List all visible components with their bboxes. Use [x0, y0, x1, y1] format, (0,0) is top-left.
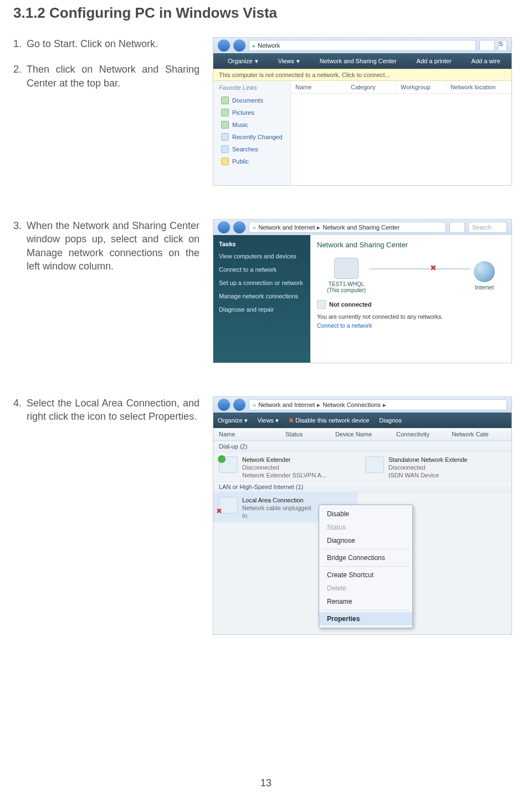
- breadcrumb-network[interactable]: Network: [258, 42, 280, 49]
- conn-standalone-extender[interactable]: Standalone Network Extende Disconnected …: [365, 456, 506, 479]
- fav-public[interactable]: Public: [213, 155, 290, 167]
- globe-icon: [474, 261, 495, 282]
- folder-icon: [221, 96, 229, 104]
- tasks-column: Tasks View computers and devices Connect…: [213, 235, 310, 363]
- views-icon: [268, 57, 276, 65]
- ctx-status: Status: [319, 521, 412, 534]
- conn-device: ISDN WAN Device: [388, 472, 467, 480]
- folder-icon: [221, 121, 229, 129]
- nav-forward-icon[interactable]: [233, 221, 245, 233]
- ctx-rename[interactable]: Rename: [319, 595, 412, 608]
- toolbar-views[interactable]: Views ▾: [268, 57, 300, 65]
- group-dialup[interactable]: Dial-up (2): [213, 441, 511, 452]
- toolbar-diagnose[interactable]: Diagnos: [379, 417, 401, 424]
- task-manage-connections[interactable]: Manage network connections: [219, 293, 305, 299]
- breadcrumb-back-chevron-icon: «: [253, 224, 256, 231]
- not-connected-row: Not connected: [310, 297, 511, 312]
- refresh-button[interactable]: [449, 222, 465, 233]
- nav-back-icon[interactable]: [218, 399, 230, 411]
- nav-back-icon[interactable]: [218, 39, 230, 52]
- ctx-divider: [323, 610, 409, 610]
- col-category[interactable]: Network Cate: [446, 428, 511, 440]
- column-headers: Name Status Device Name Connectivity Net…: [213, 428, 511, 441]
- toolbar-add-printer[interactable]: Add a printer: [407, 57, 452, 65]
- modem-icon: [365, 456, 384, 473]
- titlebar: « Network and Internet ▸ Network Connect…: [213, 397, 511, 413]
- conn-status: Disconnected: [242, 464, 326, 472]
- info-strip[interactable]: This computer is not connected to a netw…: [213, 69, 511, 81]
- ctx-divider: [323, 566, 409, 567]
- col-connectivity[interactable]: Connectivity: [391, 428, 446, 440]
- breadcrumb-chevron-icon: ▸: [317, 401, 320, 409]
- task-connect-network[interactable]: Connect to a network: [219, 266, 305, 273]
- fav-recently-changed[interactable]: Recently Changed: [213, 131, 290, 143]
- step-2-text: Then click on Network and Sharing Center…: [27, 63, 200, 90]
- nav-back-icon[interactable]: [218, 221, 230, 233]
- conn-device: In: [242, 512, 311, 520]
- toolbar-nsc[interactable]: Network and Sharing Center: [310, 57, 397, 65]
- ctx-disable[interactable]: Disable: [319, 507, 412, 521]
- nav-forward-icon[interactable]: [233, 39, 245, 52]
- step-2: 2.Then click on Network and Sharing Cent…: [13, 63, 200, 90]
- screenshot-network-connections: « Network and Internet ▸ Network Connect…: [213, 396, 512, 635]
- node-pc-sub: (This computer): [327, 287, 366, 293]
- nsc-icon: [310, 57, 318, 65]
- ctx-diagnose[interactable]: Diagnose: [319, 534, 412, 547]
- ok-badge-icon: [218, 455, 226, 463]
- conn-status: Disconnected: [388, 464, 467, 472]
- col-status[interactable]: Status: [280, 428, 330, 440]
- col-netloc[interactable]: Network location: [446, 81, 511, 93]
- address-bar[interactable]: « Network and Internet ▸ Network Connect…: [249, 399, 507, 410]
- conn-device: Network Extender SSLVPN A...: [242, 472, 326, 480]
- connect-link[interactable]: Connect to a network: [310, 321, 511, 330]
- nav-forward-icon[interactable]: [233, 399, 245, 411]
- col-name[interactable]: Name: [291, 81, 346, 93]
- ctx-bridge[interactable]: Bridge Connections: [319, 551, 412, 564]
- toolbar-add-wireless[interactable]: Add a wire: [462, 57, 500, 65]
- step-1-text: Go to Start. Click on Network.: [27, 37, 158, 50]
- conn-status: Network cable unplugged: [242, 505, 311, 512]
- fav-pictures[interactable]: Pictures: [213, 106, 290, 119]
- fav-music[interactable]: Music: [213, 119, 290, 131]
- ctx-divider: [323, 549, 409, 549]
- search-field[interactable]: S: [498, 40, 507, 51]
- step-4-text: Select the Local Area Connection, and ri…: [27, 396, 200, 424]
- node-this-pc: TEST1-WHQL (This computer): [327, 258, 366, 293]
- task-view-computers[interactable]: View computers and devices: [219, 253, 305, 259]
- not-connected-label: Not connected: [329, 301, 371, 308]
- address-bar[interactable]: « Network and Internet ▸ Network and Sha…: [249, 222, 446, 233]
- toolbar-disable[interactable]: ✖ Disable this network device: [289, 417, 369, 424]
- dialup-row: Network Extender Disconnected Network Ex…: [213, 452, 511, 481]
- ctx-create-shortcut[interactable]: Create Shortcut: [319, 568, 412, 582]
- ctx-properties[interactable]: Properties: [319, 612, 412, 625]
- address-bar[interactable]: ▸ Network: [249, 40, 476, 51]
- node-internet: Internet: [474, 261, 495, 291]
- ctx-delete: Delete: [319, 582, 412, 595]
- search-field[interactable]: Search: [468, 222, 507, 233]
- breadcrumb-nsc[interactable]: Network and Sharing Center: [323, 224, 400, 231]
- list-column: Name Category Workgroup Network location: [291, 81, 511, 186]
- fav-searches[interactable]: Searches: [213, 143, 290, 155]
- col-name[interactable]: Name: [213, 428, 280, 440]
- fav-documents[interactable]: Documents: [213, 94, 290, 106]
- toolbar-organize[interactable]: Organize ▾: [218, 57, 258, 65]
- breadcrumb-back-chevron-icon: «: [253, 401, 256, 408]
- refresh-button[interactable]: [479, 40, 495, 51]
- breadcrumb-net-connections[interactable]: Network Connections: [323, 401, 381, 408]
- col-device[interactable]: Device Name: [330, 428, 391, 440]
- task-diagnose-repair[interactable]: Diagnose and repair: [219, 306, 305, 313]
- col-workgroup[interactable]: Workgroup: [396, 81, 446, 93]
- x-icon: ✖: [216, 507, 222, 515]
- main-column: Network and Sharing Center TEST1-WHQL (T…: [310, 235, 511, 363]
- task-set-up-connection[interactable]: Set up a connection or network: [219, 279, 305, 286]
- toolbar-organize[interactable]: Organize ▾: [218, 417, 248, 424]
- toolbar-views[interactable]: Views ▾: [258, 417, 279, 424]
- conn-network-extender[interactable]: Network Extender Disconnected Network Ex…: [219, 456, 360, 479]
- step-1: 1.Go to Start. Click on Network.: [13, 37, 200, 50]
- screenshot-network-window: ▸ Network S Organize ▾ Views ▾ Network a…: [213, 37, 512, 186]
- col-category[interactable]: Category: [346, 81, 396, 93]
- breadcrumb-net-internet[interactable]: Network and Internet: [258, 401, 315, 408]
- group-lan[interactable]: LAN or High-Speed Internet (1): [213, 481, 511, 492]
- breadcrumb-net-internet[interactable]: Network and Internet: [258, 224, 315, 231]
- nsc-title: Network and Sharing Center: [310, 235, 511, 252]
